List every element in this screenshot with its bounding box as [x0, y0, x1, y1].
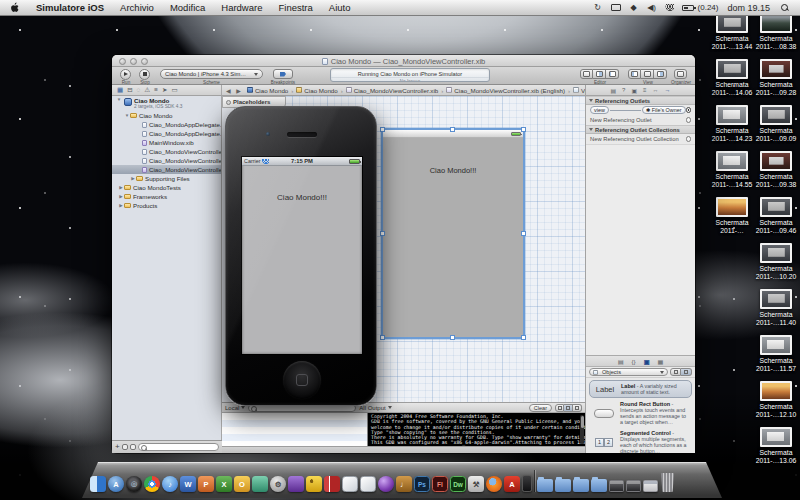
ib-view[interactable]: Ciao Mondo!!!	[381, 128, 525, 339]
desktop-icon[interactable]: Schermata2011-…10.20	[750, 243, 800, 286]
desktop-icon[interactable]: Schermata2011-…09.38	[750, 151, 800, 194]
desktop-icon[interactable]: Schermata2011-…11.57	[750, 335, 800, 378]
desktop-icon[interactable]: Schermata2011-…09.09	[750, 105, 800, 148]
library-group-dropdown[interactable]: Objects	[589, 368, 668, 376]
dock-item[interactable]: A	[504, 476, 520, 492]
outlets-section-header[interactable]: Referencing Outlets	[586, 96, 695, 105]
inspector-tab-icon[interactable]: ≡	[643, 87, 647, 93]
history-back-forward[interactable]: ◀ ▶	[226, 87, 243, 94]
dock-item[interactable]	[573, 479, 589, 492]
navigator-item[interactable]: ▶ Frameworks	[112, 192, 221, 201]
connection-well-empty[interactable]	[686, 136, 692, 142]
navigator-item[interactable]: ▶ Products	[112, 201, 221, 210]
volume-icon[interactable]: ◀)	[645, 3, 659, 13]
navigator-item[interactable]: Ciao_MondoViewController.h	[112, 147, 221, 156]
dock-item[interactable]: Ps	[414, 476, 430, 492]
dock-item[interactable]	[252, 476, 268, 492]
dock-item[interactable]	[660, 473, 675, 492]
dock-item[interactable]	[144, 476, 160, 492]
desktop-icon[interactable]: Schermata2011-…09.28	[750, 59, 800, 102]
dock-item[interactable]: ⚙	[270, 476, 286, 492]
inspector-tab-icon[interactable]: ↔	[653, 87, 659, 93]
menu-item[interactable]: Archivio	[112, 0, 162, 16]
dock-item[interactable]: X	[216, 476, 232, 492]
navigator-item[interactable]: ▶ Supporting Files	[112, 174, 221, 183]
menu-item[interactable]: Aiuto	[321, 0, 359, 16]
breadcrumb-item[interactable]: Ciao Mondo ›	[296, 87, 345, 94]
library-tab-icon[interactable]: ▦	[658, 358, 664, 365]
navigator-toggle-button[interactable]	[628, 69, 641, 79]
project-root-row[interactable]: ▼ Ciao Mondo 2 targets, iOS SDK 4.3	[112, 96, 221, 111]
dock-item[interactable]	[360, 476, 376, 492]
display-icon[interactable]	[609, 3, 623, 13]
inspector-tab-icon[interactable]: →	[665, 87, 671, 93]
library-item[interactable]: 12 Segmented Control - Displays multiple…	[589, 428, 692, 453]
navigator-item[interactable]: Ciao_MondoAppDelegate.m	[112, 129, 221, 138]
inspector-tab-icon[interactable]: ▤	[610, 87, 616, 94]
version-editor-button[interactable]	[606, 69, 619, 79]
outlet-target-pill[interactable]: ✱ File's Owner	[642, 106, 686, 114]
dock-item[interactable]: ♪	[162, 476, 178, 492]
desktop-icon[interactable]: Schermata2011-…08.38	[750, 13, 800, 56]
battery-icon[interactable]	[681, 3, 695, 13]
resize-handle[interactable]	[380, 127, 385, 132]
debug-toggle-button[interactable]	[641, 69, 654, 79]
dock-item[interactable]	[486, 476, 502, 492]
navigator-tab-icon[interactable]: ≡	[154, 85, 158, 95]
grid-view-button[interactable]	[670, 368, 681, 376]
desktop-icon[interactable]: Schermata2011-…11.40	[750, 289, 800, 332]
library-item[interactable]: Label Label - A variably sized amount of…	[589, 380, 692, 398]
home-button[interactable]	[283, 361, 321, 399]
inspector-tab-icon[interactable]: ?	[622, 87, 625, 93]
clear-console-button[interactable]: Clear	[529, 404, 552, 412]
resize-handle[interactable]	[450, 335, 455, 340]
dock-item[interactable]: O	[234, 476, 250, 492]
bluetooth-icon[interactable]: ◆	[627, 3, 641, 13]
dock-item[interactable]	[626, 480, 641, 492]
spotlight-icon[interactable]	[778, 3, 792, 13]
organizer-button[interactable]	[674, 69, 687, 79]
console-only-button[interactable]	[573, 404, 582, 412]
dock-item[interactable]	[90, 476, 106, 492]
library-tab-icon[interactable]: {}	[632, 358, 636, 365]
stop-button[interactable]	[139, 69, 150, 80]
library-item[interactable]: Round Rect Button - Intercepts touch eve…	[589, 399, 692, 427]
new-collection-row[interactable]: New Referencing Outlet Collection	[586, 134, 695, 144]
disclosure-triangle-icon[interactable]: ▼	[116, 97, 122, 102]
navigator-tab-icon[interactable]: ⊟	[127, 85, 132, 95]
scheme-selector[interactable]: Ciao Mondo | iPhone 4.3 Sim…	[160, 69, 263, 79]
dock-item[interactable]	[534, 470, 535, 492]
ib-view-label[interactable]: Ciao Mondo!!!	[383, 166, 523, 175]
list-view-button[interactable]	[681, 368, 692, 376]
dock-item[interactable]	[288, 476, 304, 492]
dock-item[interactable]	[537, 479, 553, 492]
navigator-item[interactable]: ▶ Ciao MondoTests	[112, 183, 221, 192]
dock-item[interactable]: A	[108, 476, 124, 492]
breakpoints-button[interactable]	[273, 69, 293, 79]
new-outlet-row[interactable]: New Referencing Outlet	[586, 115, 695, 125]
navigator-tab-icon[interactable]: ➤	[162, 85, 167, 95]
desktop-icon[interactable]: Schermata2011-…13.06	[750, 427, 800, 470]
connection-well-filled[interactable]	[686, 107, 692, 113]
resize-handle[interactable]	[450, 127, 455, 132]
breadcrumb-item[interactable]: Ciao_MondoViewController.xib (English) ›	[446, 87, 573, 94]
dock-item[interactable]	[609, 480, 624, 492]
console-output-dropdown[interactable]: All Output	[359, 405, 391, 411]
ios-simulator-window[interactable]: Carrier 7:15 PM Ciao Mondo!!!	[225, 106, 377, 406]
dock-item[interactable]: P	[198, 476, 214, 492]
navigator-item[interactable]: Ciao_MondoViewController.m	[112, 156, 221, 165]
dock-item[interactable]: ♩	[396, 476, 412, 492]
run-button[interactable]	[120, 69, 131, 80]
breadcrumb-item[interactable]: Ciao_MondoViewController.xib ›	[346, 87, 447, 94]
desktop-icon[interactable]: Schermata2011-…12.10	[750, 381, 800, 424]
console-scrollbar[interactable]	[580, 415, 584, 444]
add-button[interactable]: +	[115, 442, 120, 452]
dock-item[interactable]: Dw	[450, 476, 466, 492]
outlet-connection-row[interactable]: view ✱ File's Owner	[586, 105, 695, 115]
dock-item[interactable]	[324, 476, 340, 492]
navigator-tab-icon[interactable]: ▭	[172, 85, 178, 95]
window-titlebar[interactable]: Ciao Mondo — Ciao_MondoViewController.xi…	[112, 55, 695, 67]
inspector-tab-icon[interactable]: ▣	[631, 87, 637, 94]
navigator-tab-icon[interactable]: ◌	[137, 85, 141, 95]
dock-item[interactable]	[555, 479, 571, 492]
